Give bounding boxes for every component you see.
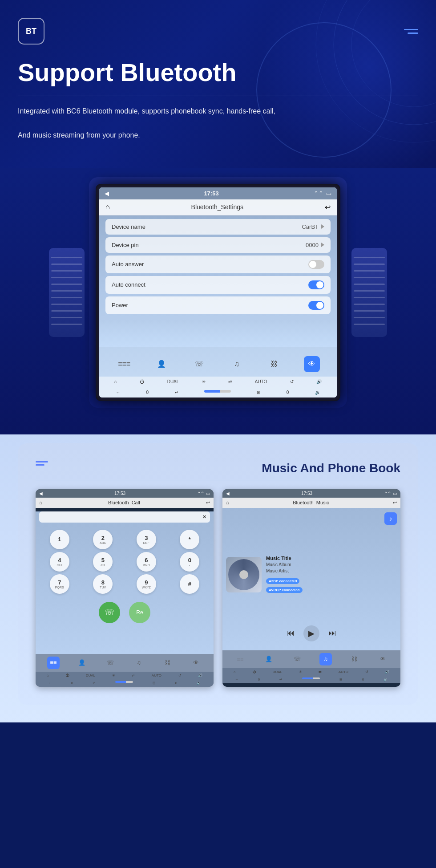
music-screen: ◀ 17:53 ⌃⌃ ▭ ⌂ Bluetooth_Music ↩ ♪: [222, 489, 400, 687]
eye-icon-btn[interactable]: 👁: [304, 356, 320, 372]
phone-link-icon[interactable]: ⛓: [161, 657, 174, 669]
recall-button[interactable]: Re: [129, 602, 150, 623]
dial-key-2[interactable]: 2ABC: [93, 530, 113, 549]
link-icon-btn[interactable]: ⛓: [266, 356, 282, 372]
ph-home-icon[interactable]: ⌂: [47, 673, 49, 677]
device-name-row[interactable]: Device name CarBT: [105, 219, 331, 235]
ph-vol-down[interactable]: 🔉: [197, 681, 201, 685]
dial-key-3[interactable]: 3DEF: [137, 530, 156, 549]
clear-icon[interactable]: ✕: [202, 514, 206, 520]
phone-eye-icon[interactable]: 👁: [190, 657, 202, 669]
phone-icon-btn[interactable]: ☏: [191, 356, 207, 372]
music-icon-btn[interactable]: ♫: [229, 356, 245, 372]
music-note-area: ♪: [226, 512, 397, 525]
next-track-button[interactable]: ⏭: [328, 629, 336, 638]
music-eye-icon[interactable]: 👁: [376, 653, 389, 665]
ms-back[interactable]: ←: [235, 677, 238, 681]
music-sys-bar: ⌂ ⏻ DUAL ✳ ⇄ AUTO ↺ 🔊: [222, 668, 400, 676]
home-icon[interactable]: ⌂: [105, 203, 110, 211]
dial-key-star[interactable]: *: [180, 530, 199, 549]
menu-icon-btn[interactable]: ≡≡≡: [116, 356, 132, 372]
power-row[interactable]: Power: [105, 296, 331, 314]
call-button[interactable]: ☏: [99, 602, 120, 623]
ms-progress[interactable]: [302, 677, 320, 679]
auto-connect-toggle[interactable]: [308, 280, 324, 289]
ms-zero-l: 0: [258, 677, 260, 681]
music-home-icon[interactable]: ⌂: [226, 500, 229, 505]
ph-back[interactable]: ←: [48, 681, 52, 685]
svg-rect-9: [51, 297, 82, 298]
dial-key-5[interactable]: 5JKL: [93, 552, 113, 572]
dial-key-7[interactable]: 7PQRS: [50, 574, 69, 594]
phone-home-icon[interactable]: ⌂: [39, 500, 42, 505]
arrow-back-icon[interactable]: ←: [116, 390, 120, 395]
zero-left: 0: [146, 390, 149, 395]
prev-track-button[interactable]: ⏮: [287, 629, 295, 638]
power-sys-icon[interactable]: ⏻: [140, 379, 144, 384]
album-art: [226, 557, 262, 592]
phone-back-icon[interactable]: ↩: [206, 500, 210, 506]
music-back-btn[interactable]: ◀: [226, 491, 230, 496]
dial-key-8[interactable]: 8TUV: [93, 574, 113, 594]
enter-icon[interactable]: ↵: [175, 390, 178, 395]
music-phone-icon[interactable]: ☏: [291, 653, 303, 665]
svg-rect-10: [51, 304, 82, 305]
back-icon[interactable]: ↩: [325, 203, 331, 211]
music-note-icon-btn[interactable]: ♫: [319, 653, 332, 665]
contacts-icon-btn[interactable]: 👤: [153, 356, 170, 372]
vol-up-icon[interactable]: 🔊: [316, 379, 322, 384]
music-back-icon[interactable]: ↩: [393, 500, 397, 506]
music-note-btn[interactable]: ♪: [384, 512, 397, 525]
dial-key-hash[interactable]: #: [180, 574, 199, 594]
auto-connect-row[interactable]: Auto connect: [105, 276, 331, 294]
auto-answer-row[interactable]: Auto answer: [105, 256, 331, 273]
phone-back-btn[interactable]: ◀: [39, 491, 43, 496]
power-toggle[interactable]: [308, 301, 324, 310]
ph-dual: DUAL: [86, 673, 95, 677]
phone-note-icon[interactable]: ♫: [133, 657, 145, 669]
music-status-icons: ⌃⌃ ▭: [384, 491, 397, 496]
phone-time: 17:53: [114, 491, 125, 496]
phone-menu-icon[interactable]: ≡≡: [47, 657, 60, 669]
phone-contacts-icon[interactable]: 👤: [76, 657, 88, 669]
music-link-icon[interactable]: ⛓: [348, 653, 360, 665]
home-sys-icon[interactable]: ⌂: [114, 379, 117, 384]
ph-progress[interactable]: [115, 681, 133, 683]
vol-down-icon[interactable]: 🔉: [315, 390, 320, 395]
car-background: ◀ 17:53 ⌃⌃ ▭ ⌂ Blue: [89, 177, 347, 408]
ph-vol[interactable]: 🔊: [198, 673, 202, 677]
dial-key-9[interactable]: 9WXYZ: [137, 574, 156, 594]
screen-topbar: ◀ 17:53 ⌃⌃ ▭: [99, 187, 337, 199]
dial-key-0[interactable]: 0-: [180, 552, 199, 572]
phone-sys-bar: ⌂ ⏻ DUAL ✳ ⇄ AUTO ↺ 🔊: [36, 672, 214, 679]
device-pin-row[interactable]: Device pin 0000: [105, 237, 331, 253]
system-bar-2: ← 0 ↵ ⊞ 0 🔉: [99, 387, 337, 397]
ms-zero-r: 0: [362, 677, 364, 681]
music-menu-icon[interactable]: ≡≡: [234, 653, 246, 665]
phone-call-icon[interactable]: ☏: [104, 657, 117, 669]
svg-rect-17: [354, 277, 385, 278]
recycle-icon: ↺: [290, 379, 294, 384]
ms-vol-down[interactable]: 🔉: [384, 677, 388, 681]
play-pause-button[interactable]: ▶: [303, 625, 319, 641]
ph-fan: ✳: [112, 673, 115, 677]
bottom-icon-bar: ≡≡≡ 👤 ☏ ♫ ⛓ 👁: [99, 352, 337, 377]
ph-power-icon[interactable]: ⏻: [65, 673, 69, 677]
dial-key-1[interactable]: 1: [50, 530, 69, 549]
auto-answer-toggle[interactable]: [308, 260, 324, 269]
progress-bar[interactable]: [204, 390, 231, 393]
ph-zero-l: 0: [71, 681, 73, 685]
back-arrow-icon[interactable]: ◀: [105, 190, 109, 197]
back-nav-area[interactable]: ◀: [105, 190, 109, 197]
ms-enter[interactable]: ↵: [279, 677, 283, 681]
dial-search-bar[interactable]: ✕: [39, 511, 210, 523]
music-contacts-icon[interactable]: 👤: [262, 653, 275, 665]
dial-key-4[interactable]: 4GHI: [50, 552, 69, 572]
music-hamburger-icon[interactable]: [36, 461, 48, 466]
ph-enter[interactable]: ↵: [93, 681, 96, 685]
ms-vol[interactable]: 🔊: [385, 670, 389, 674]
ms-power[interactable]: ⏻: [252, 670, 256, 674]
dial-key-6[interactable]: 6MNO: [137, 552, 156, 572]
ms-home[interactable]: ⌂: [234, 670, 236, 674]
hamburger-menu-icon[interactable]: [404, 29, 418, 34]
